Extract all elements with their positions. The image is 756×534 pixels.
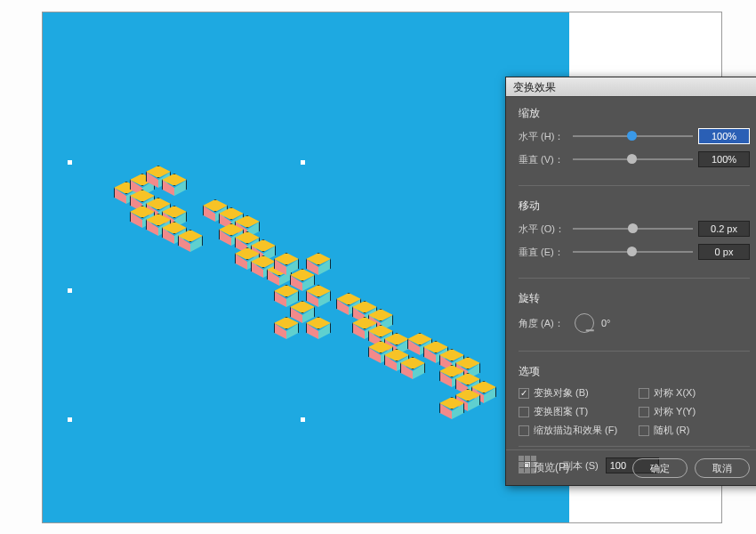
options-title: 选项 [519,364,750,379]
scale-section: 缩放 水平 (H)： 100% 垂直 (V)： 100% [519,106,750,186]
move-section: 移动 水平 (O)： 0.2 px 垂直 (E)： 0 px [519,198,750,279]
move-h-label: 水平 (O)： [519,222,567,236]
move-v-slider[interactable] [573,246,693,258]
artboard-canvas[interactable] [43,12,569,522]
move-title: 移动 [519,198,750,214]
move-v-input[interactable]: 0 px [698,244,750,260]
scale-v-slider[interactable] [573,153,693,166]
angle-value[interactable]: 0° [601,318,611,328]
move-h-slider[interactable] [573,222,693,235]
scale-h-slider[interactable] [573,130,693,142]
opt-transform-pattern[interactable]: 变换图案 (T) [519,405,630,418]
opt-random[interactable]: 随机 (R) [639,424,750,437]
opt-scale-strokes[interactable]: 缩放描边和效果 (F) [519,424,630,437]
scale-v-input[interactable]: 100% [698,151,750,167]
ok-button[interactable]: 确定 [632,458,688,478]
angle-label: 角度 (A)： [519,317,567,330]
scale-title: 缩放 [519,106,750,121]
document-frame: 变换效果 缩放 水平 (H)： 100% 垂直 (V)： 100% 移动 水平 [42,12,722,523]
pixel-text-artwork[interactable] [96,146,523,466]
move-v-label: 垂直 (E)： [519,246,567,259]
opt-transform-object[interactable]: 变换对象 (B) [519,386,630,400]
move-h-input[interactable]: 0.2 px [698,221,750,237]
scale-h-input[interactable]: 100% [698,128,750,144]
opt-mirror-y[interactable]: 对称 Y(Y) [639,405,750,418]
selection-handle[interactable] [68,288,72,293]
dialog-title[interactable]: 变换效果 [506,77,756,97]
preview-checkbox[interactable]: 预览(P) [519,460,569,475]
opt-mirror-x[interactable]: 对称 X(X) [639,386,750,400]
rotate-section: 旋转 角度 (A)： 0° [519,291,750,352]
selection-handle[interactable] [68,160,72,165]
transform-effect-dialog: 变换效果 缩放 水平 (H)： 100% 垂直 (V)： 100% 移动 水平 [505,77,756,486]
scale-v-label: 垂直 (V)： [519,153,567,166]
selection-handle[interactable] [68,417,72,422]
angle-dial[interactable] [575,313,594,333]
cancel-button[interactable]: 取消 [695,458,750,478]
rotate-title: 旋转 [519,291,750,306]
scale-h-label: 水平 (H)： [519,130,567,143]
